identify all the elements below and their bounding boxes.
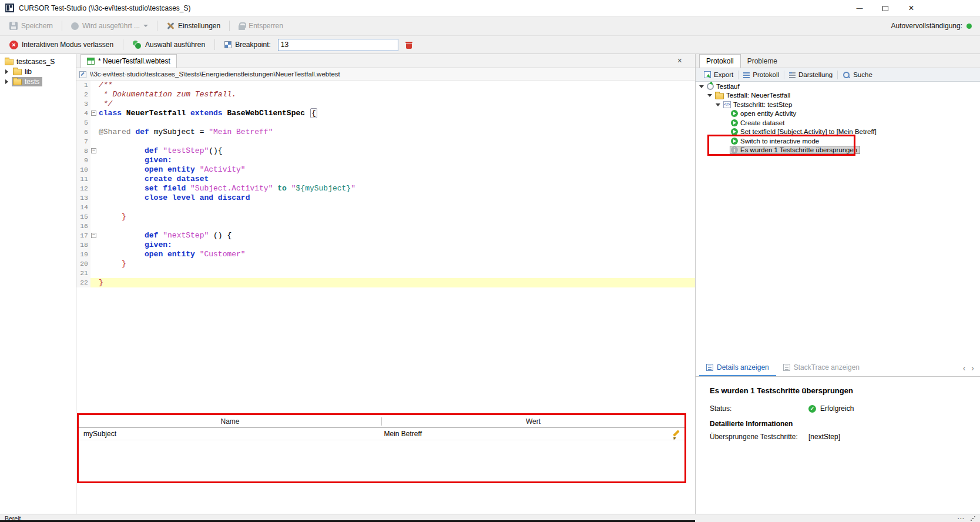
fold-column <box>90 175 99 184</box>
tree-item[interactable]: Switch to interactive mode <box>696 136 980 146</box>
unlock-button[interactable]: Entsperren <box>235 20 287 32</box>
export-button[interactable]: Export <box>699 71 738 78</box>
line-number: 7 <box>76 137 90 146</box>
code-line[interactable]: 18 given: <box>76 240 695 250</box>
file-tree-item[interactable]: tests <box>0 76 76 86</box>
editor-tab[interactable]: * NeuerTestfall.webtest <box>80 54 177 68</box>
tab-details-anzeigen[interactable]: Details anzeigen <box>699 360 776 376</box>
tree-item-content: Testfall: NeuerTestfall <box>714 91 793 100</box>
close-button[interactable]: × <box>898 0 924 16</box>
code-line[interactable]: 1/** <box>76 81 695 90</box>
tab-probleme[interactable]: Probleme <box>741 54 784 68</box>
run-selection-button[interactable]: Auswahl ausführen <box>129 39 209 51</box>
code-line[interactable]: 19 open entity "Customer" <box>76 250 695 259</box>
file-tree-item[interactable]: testcases_S <box>0 56 76 66</box>
details-nav: ‹ › <box>963 360 980 376</box>
status-row: Status: Erfolgreich <box>710 404 974 413</box>
stacktrace-tab-label: StackTrace anzeigen <box>794 363 860 372</box>
code-text: } <box>99 259 695 269</box>
line-number: 17 <box>76 231 90 240</box>
pencil-icon[interactable] <box>672 430 680 439</box>
line-number: 21 <box>76 269 90 278</box>
leave-interactive-mode-button[interactable]: Interaktiven Modus verlassen <box>6 39 117 51</box>
code-token <box>99 250 145 259</box>
code-line[interactable]: 13 close level and discard <box>76 193 695 203</box>
protokoll-button[interactable]: Protokoll <box>739 71 784 78</box>
delete-breakpoint-button[interactable] <box>402 39 416 51</box>
tree-item[interactable]: open entity Activity <box>696 109 980 119</box>
titlebar: CURSOR Test-Studio (\\3c-evi\test-studio… <box>0 0 980 16</box>
code-line[interactable]: 10 open entity "Activity" <box>76 165 695 175</box>
expand-editor-icon[interactable] <box>79 71 86 78</box>
fold-marker-icon[interactable]: − <box>91 148 96 153</box>
variables-table-body: mySubjectMein Betreff <box>79 428 684 440</box>
code-line[interactable]: 7 <box>76 137 695 146</box>
code-line[interactable]: 15 } <box>76 212 695 222</box>
collapsed-arrow-icon[interactable] <box>5 79 11 84</box>
code-line[interactable]: 16 <box>76 222 695 231</box>
code-line[interactable]: 17− def "nextStep" () { <box>76 231 695 240</box>
overflow-icon[interactable]: ⋯ <box>957 516 964 521</box>
suche-button[interactable]: Suche <box>838 71 877 79</box>
step-success-icon <box>731 128 738 135</box>
line-number: 16 <box>76 222 90 231</box>
protocol-tree: TestlaufTestfall: NeuerTestfallTestschri… <box>696 82 980 360</box>
code-token: create dataset <box>145 175 209 183</box>
tree-item[interactable]: Testlauf <box>696 82 980 91</box>
darstellung-button[interactable]: Darstellung <box>784 71 837 78</box>
nav-prev-icon[interactable]: ‹ <box>963 363 966 373</box>
expanded-arrow-icon[interactable] <box>699 85 704 91</box>
file-path: \\3c-evi\test-studio\testcases_S\tests\E… <box>90 71 340 78</box>
line-number: 12 <box>76 184 90 193</box>
tree-item[interactable]: Testfall: NeuerTestfall <box>696 91 980 101</box>
code-line[interactable]: 21 <box>76 269 695 278</box>
fold-column <box>90 128 99 137</box>
fold-column <box>90 203 99 212</box>
code-line[interactable]: 8− def "testStep"(){ <box>76 146 695 156</box>
file-tree-item[interactable]: lib <box>0 66 76 76</box>
expanded-arrow-icon[interactable] <box>716 103 720 109</box>
autocomplete-label: Autovervollständigung: <box>891 22 962 30</box>
settings-button[interactable]: Einstellungen <box>163 20 224 32</box>
code-line[interactable]: 9 given: <box>76 156 695 165</box>
code-line[interactable]: 4−class NeuerTestfall extends BaseWebCli… <box>76 109 695 118</box>
code-text: } <box>99 278 695 287</box>
editor-close-icon[interactable]: × <box>677 56 682 65</box>
breakpoint-input[interactable] <box>278 39 398 51</box>
code-line[interactable]: 3 */ <box>76 99 695 109</box>
nav-next-icon[interactable]: › <box>971 363 974 373</box>
fold-column <box>90 184 99 193</box>
tree-item[interactable]: Create dataset <box>696 118 980 128</box>
maximize-button[interactable] <box>872 0 898 16</box>
code-token <box>99 165 145 174</box>
running-button[interactable]: Wird ausgeführt ... <box>68 20 152 32</box>
table-row[interactable]: mySubjectMein Betreff <box>79 428 684 440</box>
minimize-icon: — <box>857 4 863 11</box>
fold-marker-icon[interactable]: − <box>91 111 96 116</box>
right-panel-toolbar: ExportProtokollDarstellungSuche <box>696 68 980 82</box>
code-line[interactable]: 14 <box>76 203 695 212</box>
tab-protokoll[interactable]: Protokoll <box>699 54 741 68</box>
variable-name-cell: mySubject <box>79 430 382 438</box>
code-text: open entity "Activity" <box>99 165 695 175</box>
tree-item[interactable]: Es wurden 1 Testschritte übersprungen <box>696 146 980 155</box>
tree-item[interactable]: Set textfield [Subject.Activity] to [Mei… <box>696 128 980 137</box>
code-line[interactable]: 2 * Dokumentation zum Testfall. <box>76 90 695 99</box>
code-line[interactable]: 22} <box>76 278 695 287</box>
code-line[interactable]: 5 <box>76 118 695 128</box>
code-line[interactable]: 12 set field "Subject.Activity" to "${my… <box>76 184 695 193</box>
fold-marker-icon[interactable]: − <box>91 233 96 238</box>
save-button[interactable]: Speichern <box>6 20 56 32</box>
minimize-button[interactable]: — <box>847 0 872 16</box>
expanded-arrow-icon[interactable] <box>707 94 712 99</box>
file-tree-label: testcases_S <box>16 58 55 66</box>
code-line[interactable]: 6@Shared def mySubject = "Mein Betreff" <box>76 128 695 137</box>
code-line[interactable]: 11 create dataset <box>76 175 695 184</box>
collapsed-arrow-icon[interactable] <box>5 69 11 74</box>
code-token: */ <box>99 99 112 108</box>
tree-item[interactable]: Testschritt: testStep <box>696 100 980 109</box>
line-number: 18 <box>76 240 90 250</box>
resize-grip-icon <box>970 516 975 521</box>
tab-stacktrace-anzeigen[interactable]: StackTrace anzeigen <box>776 360 867 376</box>
code-line[interactable]: 20 } <box>76 259 695 269</box>
